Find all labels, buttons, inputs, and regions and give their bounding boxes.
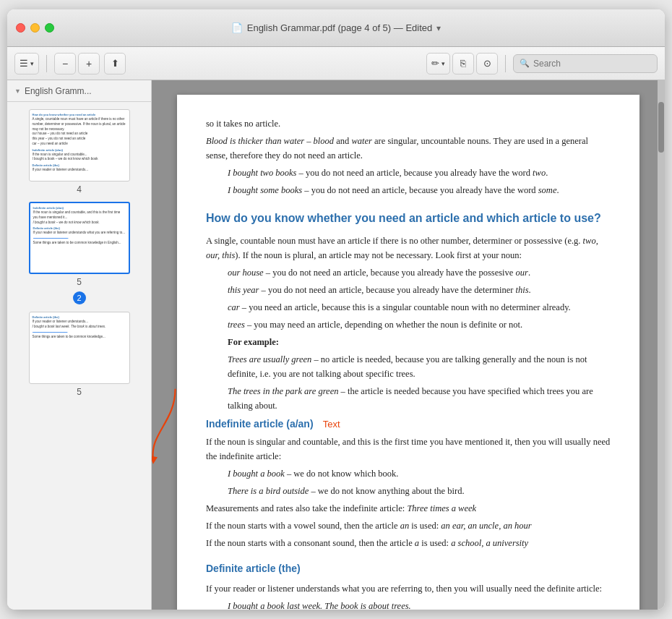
pdf-page: so it takes no article. Blood is thicker… xyxy=(177,95,639,610)
annotate-chevron: ▾ xyxy=(441,60,445,67)
person-button[interactable]: ⊙ xyxy=(476,53,498,74)
def-example-1: I bought a book last week. The book is a… xyxy=(228,599,611,610)
zoom-controls: − + xyxy=(54,53,100,74)
zoom-out-icon: − xyxy=(62,58,68,69)
toolbar-separator-2 xyxy=(505,55,506,72)
sidebar-pages: How do you know whether you need an arti… xyxy=(7,102,151,610)
fullscreen-button[interactable] xyxy=(45,23,54,33)
example-this-year: this year – you do not need an article, … xyxy=(228,283,611,297)
clipboard-icon: ⎘ xyxy=(460,58,466,69)
svg-marker-0 xyxy=(152,456,158,464)
example-bird: There is a bird outside – we do not know… xyxy=(228,484,611,498)
scrollbar-track[interactable] xyxy=(658,80,665,610)
page-5-thumbnail[interactable]: Indefinite article (a/an) If the noun is… xyxy=(29,202,130,274)
scrollbar-thumb[interactable] xyxy=(658,102,664,153)
clipboard-button[interactable]: ⎘ xyxy=(452,53,474,74)
zoom-out-button[interactable]: − xyxy=(54,53,76,74)
titlebar: 📄 English Grammar.pdf (page 4 of 5) — Ed… xyxy=(7,9,665,47)
page-4-container[interactable]: How do you know whether you need an arti… xyxy=(13,109,145,195)
heading-indefinite: Indefinite article (a/an) xyxy=(206,418,314,430)
dropdown-arrow[interactable]: ▾ xyxy=(436,23,441,33)
body-single-countable: A single, countable noun must have an ar… xyxy=(206,234,611,262)
vowel-rule: If the noun starts with a vowel sound, t… xyxy=(206,518,611,533)
sidebar-toggle-button[interactable]: ☰ ▾ xyxy=(14,53,39,74)
pdf-content-area[interactable]: so it takes no article. Blood is thicker… xyxy=(152,80,665,610)
annotation-text: Text xyxy=(323,419,340,430)
tree-examples: Trees are usually green – no article is … xyxy=(228,352,611,413)
page-6-thumbnail[interactable]: Definite article (the) If your reader or… xyxy=(29,312,130,384)
opening-text: so it takes no article. xyxy=(206,116,611,131)
search-input[interactable] xyxy=(533,59,651,69)
sidebar-icon: ☰ xyxy=(20,58,28,69)
example-trees: trees – you may need an article, dependi… xyxy=(228,317,611,332)
zoom-in-icon: + xyxy=(86,58,92,69)
main-area: ▼ English Gramm... How do you know wheth… xyxy=(7,80,665,610)
para-two-books: I bought two books – you do not need an … xyxy=(228,166,611,180)
share-icon: ⬆ xyxy=(111,58,119,69)
example-car: car – you need an article, because this … xyxy=(228,300,611,315)
page-5-label: 5 xyxy=(77,277,82,287)
measurements-text: Measurements and rates also take the ind… xyxy=(206,501,611,516)
sidebar: ▼ English Gramm... How do you know wheth… xyxy=(7,80,152,610)
definite-examples: I bought a book last week. The book is a… xyxy=(228,599,611,610)
examples-section: our house – you do not need an article, … xyxy=(228,265,611,332)
page-5-badge: 2 xyxy=(73,291,86,304)
search-icon: 🔍 xyxy=(520,59,530,68)
trees-green-2: The trees in the park are green – the ar… xyxy=(228,384,611,413)
sidebar-collapse-icon[interactable]: ▼ xyxy=(14,87,21,95)
page-6-label: 5 xyxy=(77,387,82,397)
page-5-container[interactable]: Indefinite article (a/an) If the noun is… xyxy=(13,202,145,304)
sidebar-title: English Gramm... xyxy=(25,86,92,96)
pencil-icon: ✏ xyxy=(431,58,439,69)
for-example-label: For example: xyxy=(228,335,611,349)
annotate-button[interactable]: ✏ ▾ xyxy=(426,53,450,74)
close-button[interactable] xyxy=(16,23,25,33)
trees-green-1: Trees are usually green – no article is … xyxy=(228,352,611,381)
traffic-lights xyxy=(16,23,54,33)
search-box[interactable]: 🔍 xyxy=(513,54,658,73)
annotation-arrow xyxy=(152,380,188,474)
consonant-rule: If the noun starts with a consonant soun… xyxy=(206,536,611,550)
zoom-in-button[interactable]: + xyxy=(78,53,100,74)
share-button[interactable]: ⬆ xyxy=(104,53,126,74)
person-icon: ⊙ xyxy=(483,58,491,69)
page-6-container[interactable]: Definite article (the) If your reader or… xyxy=(13,312,145,397)
titlebar-center: 📄 English Grammar.pdf (page 4 of 5) — Ed… xyxy=(231,22,441,33)
indefinite-examples: I bought a book – we do not know which b… xyxy=(228,466,611,498)
page-4-label: 4 xyxy=(77,184,82,195)
document-icon: 📄 xyxy=(231,22,243,33)
example-book: I bought a book – we do not know which b… xyxy=(228,466,611,481)
sidebar-header: ▼ English Gramm... xyxy=(7,80,151,102)
heading-definite: Definite article (the) xyxy=(206,560,611,576)
para-some-books: I bought some books – you do not need an… xyxy=(228,183,611,197)
body-definite: If your reader or listener understands w… xyxy=(206,581,611,596)
annotate-controls: ✏ ▾ ⎘ ⊙ xyxy=(426,53,498,74)
minimize-button[interactable] xyxy=(30,23,40,33)
example-our-house: our house – you do not need an article, … xyxy=(228,265,611,280)
heading-how-to-know: How do you know whether you need an arti… xyxy=(206,209,611,228)
para-blood: Blood is thicker than water – blood and … xyxy=(206,134,611,163)
toolbar-separator-1 xyxy=(46,55,47,72)
window-title: English Grammar.pdf (page 4 of 5) — Edit… xyxy=(247,22,433,33)
toolbar: ☰ ▾ − + ⬆ ✏ ▾ ⎘ ⊙ xyxy=(7,47,665,80)
body-indefinite: If the noun is singular and countable, a… xyxy=(206,435,611,464)
page-4-thumbnail[interactable]: How do you know whether you need an arti… xyxy=(29,109,130,182)
sidebar-chevron: ▾ xyxy=(30,60,34,67)
app-window: 📄 English Grammar.pdf (page 4 of 5) — Ed… xyxy=(7,9,665,610)
